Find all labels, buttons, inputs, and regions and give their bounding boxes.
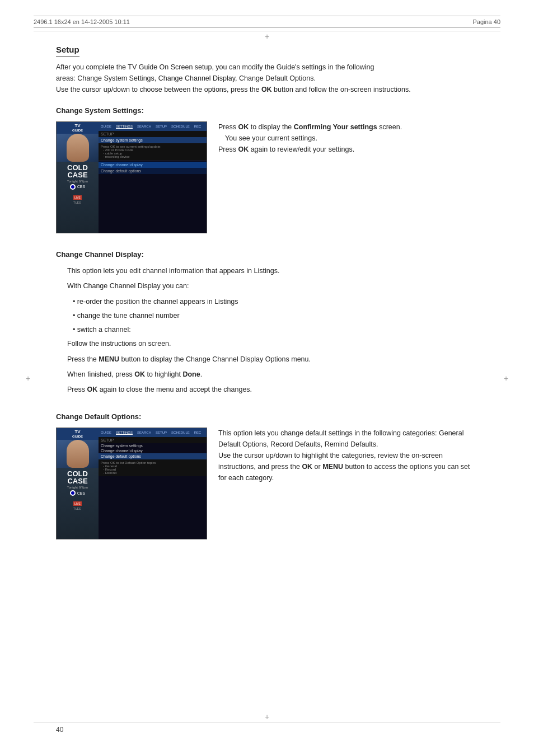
- desc3-text: This option lets you change default sett…: [218, 428, 478, 483]
- channel-press-ok-close: Press OK again to close the menu and acc…: [67, 384, 478, 396]
- desc1-line1: Press OK to display the Confirming Your …: [218, 121, 478, 133]
- page-number: 40: [56, 726, 63, 734]
- live-area-2: LIVE TUES: [73, 498, 82, 510]
- subsection1-title: Change System Settings:: [56, 106, 478, 115]
- intro-ok-bold: OK: [261, 86, 272, 93]
- guide-highlight-2: Change default options: [99, 453, 207, 459]
- show-thumbnail-1: [57, 134, 99, 162]
- tab-setup-2: SETUP: [156, 431, 167, 434]
- tv-guide-logo-2: TV GUIDE: [57, 428, 99, 440]
- instr-item3: - recording device: [101, 155, 204, 158]
- channel-item-3: switch a channel:: [73, 324, 478, 336]
- subsection2-title: Change Channel Display:: [56, 250, 478, 259]
- section-title: Setup: [56, 45, 79, 57]
- channel-item-1: re-order the position the channel appear…: [73, 296, 478, 308]
- subsection-default-options: Change Default Options: TV GUIDE: [56, 412, 478, 539]
- subsection2-body: This option lets you edit channel inform…: [67, 265, 478, 396]
- subsection1-desc: Press OK to display the Confirming Your …: [218, 121, 478, 155]
- channel-follow: Follow the instructions on screen.: [67, 338, 478, 350]
- main-content: Setup After you complete the TV Guide On…: [56, 45, 478, 556]
- intro-line3: Use the cursor up/down to choose between…: [56, 86, 261, 93]
- tab-schedule-1: SCHEDULE: [171, 125, 190, 128]
- tv-screen-2: TV GUIDE COLD CASE Tonight 8/7pm: [56, 428, 207, 539]
- subsection-system-settings: Change System Settings: TV GUIDE: [56, 106, 478, 233]
- guide-channel-disp-1: Change channel display: [99, 162, 207, 168]
- guide-topbar-1: GUIDE SETTINGS SEARCH SETUP SCHEDULE REC: [99, 122, 207, 131]
- show-network-1: CBS: [70, 184, 85, 190]
- tab-settings-1: SETTINGS: [116, 125, 133, 128]
- desc1-line2: You see your current settings.: [225, 133, 478, 144]
- crosshair-bottom: +: [261, 711, 273, 722]
- crosshair-left: +: [22, 373, 34, 384]
- screen1-layout: TV GUIDE COLD CASE Tonight 8/7pm: [57, 122, 207, 233]
- subsection-channel-display: Change Channel Display: This option lets…: [56, 250, 478, 396]
- intro-text: After you complete the TV Guide On Scree…: [56, 62, 478, 95]
- guide-instructions-1: Press OK to see current settings/update:…: [99, 143, 207, 160]
- tab-settings-2: SETTINGS: [116, 431, 133, 434]
- channel-intro: This option lets you edit channel inform…: [67, 265, 478, 277]
- cbs-logo-1: [70, 184, 76, 190]
- tab-guide-2: GUIDE: [101, 431, 111, 434]
- tab-setup-1: SETUP: [156, 125, 167, 128]
- show-face-2: [67, 440, 89, 468]
- screen1-left: TV GUIDE COLD CASE Tonight 8/7pm: [57, 122, 99, 233]
- channel-item-2: change the tune channel number: [73, 310, 478, 322]
- tab-search-2: SEARCH: [137, 431, 151, 434]
- network-name-1: CBS: [77, 185, 85, 189]
- subsection3-desc: This option lets you change default sett…: [218, 428, 478, 483]
- live-area-1: LIVE TUES: [73, 192, 82, 204]
- intro-line3b: button and follow the on-screen instruct…: [272, 86, 411, 93]
- tab-schedule-2: SCHEDULE: [171, 431, 190, 434]
- subsection3-title: Change Default Options:: [56, 412, 478, 421]
- tab-search-1: SEARCH: [137, 125, 151, 128]
- separator-1: [99, 161, 207, 161]
- show-network-2: CBS: [70, 490, 85, 496]
- screen2-layout: TV GUIDE COLD CASE Tonight 8/7pm: [57, 428, 207, 539]
- crosshair-right: +: [500, 373, 512, 384]
- guide-default-opt-1: Change default options: [99, 168, 207, 174]
- show-extra-2: TUES: [73, 507, 82, 510]
- tab-rec-2: REC: [194, 431, 202, 434]
- tv-screen-1: TV GUIDE COLD CASE Tonight 8/7pm: [56, 121, 207, 233]
- channel-press-menu: Press the MENU button to display the Cha…: [67, 354, 478, 365]
- show-thumbnail-2: [57, 440, 99, 468]
- intro-line2: areas: Change System Settings, Change Ch…: [56, 74, 316, 82]
- screen2-left: TV GUIDE COLD CASE Tonight 8/7pm: [57, 428, 99, 539]
- cbs-logo-2: [70, 490, 76, 496]
- show-name-2: COLD CASE: [57, 470, 99, 485]
- tab-rec-1: REC: [194, 125, 202, 128]
- doc-info: 2496.1 16x24 en 14-12-2005 10:11: [34, 18, 130, 25]
- guide-setup-label-1: SETUP: [99, 131, 207, 137]
- live-badge-2: LIVE: [73, 501, 82, 506]
- screen1-right: GUIDE SETTINGS SEARCH SETUP SCHEDULE REC…: [99, 122, 207, 233]
- guide-topbar-2: GUIDE SETTINGS SEARCH SETUP SCHEDULE REC: [99, 428, 207, 437]
- instr-item-remind: - Remind: [101, 471, 204, 475]
- tv-guide-logo-1: TV GUIDE: [57, 122, 99, 134]
- channel-with-title: With Change Channel Display you can:: [67, 280, 478, 292]
- show-tonight-1: Tonight 8/7pm: [67, 180, 88, 183]
- live-badge-1: LIVE: [73, 195, 82, 200]
- show-name-1: COLD CASE: [57, 164, 99, 179]
- screen2-right: GUIDE SETTINGS SEARCH SETUP SCHEDULE REC…: [99, 428, 207, 539]
- tab-guide-1: GUIDE: [101, 125, 111, 128]
- guide-ch-display-2: Change channel display: [99, 448, 207, 453]
- show-extra-1: TUES: [73, 201, 82, 204]
- guide-sys-settings-2: Change system settings: [99, 443, 207, 448]
- guide-instructions-2: Press OK to list Default Option topics -…: [99, 459, 207, 476]
- network-name-2: CBS: [77, 491, 85, 495]
- crosshair-top: +: [261, 31, 273, 42]
- channel-items: re-order the position the channel appear…: [73, 296, 478, 336]
- guide-setup-label-2: SETUP: [99, 437, 207, 443]
- channel-when-finished: When finished, press OK to highlight Don…: [67, 369, 478, 381]
- desc1-line3: Press OK again to review/edit your setti…: [218, 144, 478, 155]
- doc-header: 2496.1 16x24 en 14-12-2005 10:11 Pagina …: [34, 16, 500, 28]
- subsection1-layout: TV GUIDE COLD CASE Tonight 8/7pm: [56, 121, 478, 233]
- subsection3-layout: TV GUIDE COLD CASE Tonight 8/7pm: [56, 428, 478, 539]
- intro-line1: After you complete the TV Guide On Scree…: [56, 63, 374, 71]
- show-face-1: [67, 134, 89, 162]
- page-label: Pagina 40: [472, 18, 500, 25]
- show-tonight-2: Tonight 8/7pm: [67, 486, 88, 489]
- guide-highlight-1: Change system settings: [99, 137, 207, 143]
